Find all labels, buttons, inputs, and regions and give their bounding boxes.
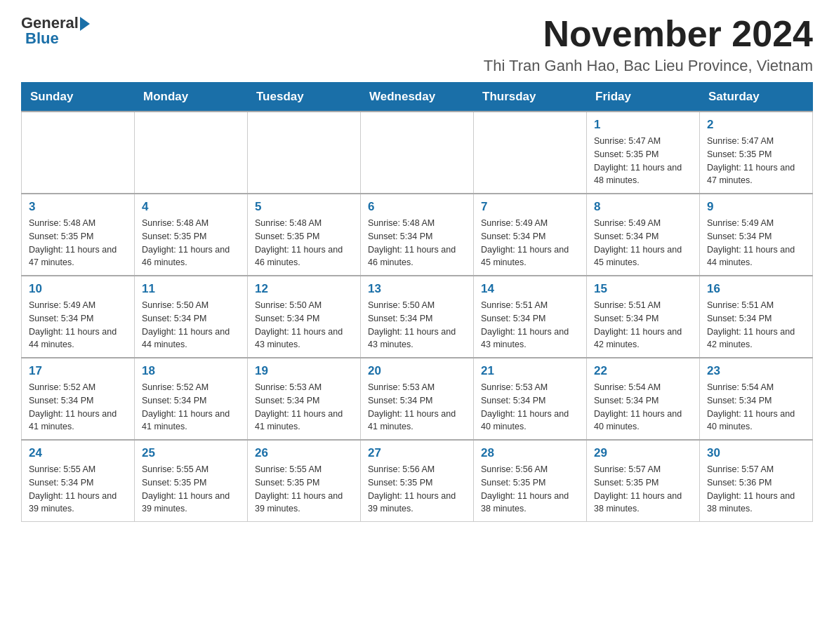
table-row: 24Sunrise: 5:55 AMSunset: 5:34 PMDayligh… xyxy=(22,440,135,522)
table-row: 29Sunrise: 5:57 AMSunset: 5:35 PMDayligh… xyxy=(587,440,700,522)
title-block: November 2024 Thi Tran Ganh Hao, Bac Lie… xyxy=(484,14,813,75)
logo: General Blue xyxy=(21,14,90,48)
table-row: 3Sunrise: 5:48 AMSunset: 5:35 PMDaylight… xyxy=(22,194,135,276)
header-monday: Monday xyxy=(135,83,248,112)
day-info: Sunrise: 5:51 AMSunset: 5:34 PMDaylight:… xyxy=(707,299,805,351)
day-number: 10 xyxy=(29,282,127,296)
table-row: 17Sunrise: 5:52 AMSunset: 5:34 PMDayligh… xyxy=(22,358,135,440)
day-info: Sunrise: 5:50 AMSunset: 5:34 PMDaylight:… xyxy=(142,299,240,351)
table-row: 15Sunrise: 5:51 AMSunset: 5:34 PMDayligh… xyxy=(587,276,700,358)
header-thursday: Thursday xyxy=(474,83,587,112)
day-number: 7 xyxy=(481,200,579,214)
day-info: Sunrise: 5:51 AMSunset: 5:34 PMDaylight:… xyxy=(481,299,579,351)
day-info: Sunrise: 5:49 AMSunset: 5:34 PMDaylight:… xyxy=(481,217,579,269)
day-number: 6 xyxy=(368,200,466,214)
day-info: Sunrise: 5:53 AMSunset: 5:34 PMDaylight:… xyxy=(481,381,579,434)
day-number: 30 xyxy=(707,446,805,460)
day-info: Sunrise: 5:54 AMSunset: 5:34 PMDaylight:… xyxy=(594,381,692,434)
page-subtitle: Thi Tran Ganh Hao, Bac Lieu Province, Vi… xyxy=(484,57,813,75)
table-row: 26Sunrise: 5:55 AMSunset: 5:35 PMDayligh… xyxy=(248,440,361,522)
day-number: 22 xyxy=(594,364,692,378)
calendar-header-row: Sunday Monday Tuesday Wednesday Thursday… xyxy=(22,83,813,112)
day-number: 27 xyxy=(368,446,466,460)
table-row: 9Sunrise: 5:49 AMSunset: 5:34 PMDaylight… xyxy=(700,194,813,276)
table-row: 28Sunrise: 5:56 AMSunset: 5:35 PMDayligh… xyxy=(474,440,587,522)
day-number: 8 xyxy=(594,200,692,214)
table-row: 25Sunrise: 5:55 AMSunset: 5:35 PMDayligh… xyxy=(135,440,248,522)
day-number: 28 xyxy=(481,446,579,460)
day-number: 25 xyxy=(142,446,240,460)
day-info: Sunrise: 5:57 AMSunset: 5:35 PMDaylight:… xyxy=(594,463,692,516)
day-number: 11 xyxy=(142,282,240,296)
table-row: 18Sunrise: 5:52 AMSunset: 5:34 PMDayligh… xyxy=(135,358,248,440)
day-number: 24 xyxy=(29,446,127,460)
day-info: Sunrise: 5:55 AMSunset: 5:34 PMDaylight:… xyxy=(29,463,127,516)
day-info: Sunrise: 5:48 AMSunset: 5:35 PMDaylight:… xyxy=(29,217,127,269)
day-info: Sunrise: 5:57 AMSunset: 5:36 PMDaylight:… xyxy=(707,463,805,516)
table-row xyxy=(135,112,248,194)
table-row: 23Sunrise: 5:54 AMSunset: 5:34 PMDayligh… xyxy=(700,358,813,440)
day-info: Sunrise: 5:49 AMSunset: 5:34 PMDaylight:… xyxy=(594,217,692,269)
header-tuesday: Tuesday xyxy=(248,83,361,112)
calendar-week-row: 10Sunrise: 5:49 AMSunset: 5:34 PMDayligh… xyxy=(22,276,813,358)
table-row: 30Sunrise: 5:57 AMSunset: 5:36 PMDayligh… xyxy=(700,440,813,522)
day-info: Sunrise: 5:51 AMSunset: 5:34 PMDaylight:… xyxy=(594,299,692,351)
table-row: 2Sunrise: 5:47 AMSunset: 5:35 PMDaylight… xyxy=(700,112,813,194)
day-info: Sunrise: 5:52 AMSunset: 5:34 PMDaylight:… xyxy=(142,381,240,434)
day-number: 14 xyxy=(481,282,579,296)
day-number: 16 xyxy=(707,282,805,296)
day-number: 4 xyxy=(142,200,240,214)
table-row: 20Sunrise: 5:53 AMSunset: 5:34 PMDayligh… xyxy=(361,358,474,440)
day-info: Sunrise: 5:49 AMSunset: 5:34 PMDaylight:… xyxy=(707,217,805,269)
table-row: 10Sunrise: 5:49 AMSunset: 5:34 PMDayligh… xyxy=(22,276,135,358)
day-number: 2 xyxy=(707,118,805,132)
day-number: 29 xyxy=(594,446,692,460)
header-sunday: Sunday xyxy=(22,83,135,112)
table-row: 21Sunrise: 5:53 AMSunset: 5:34 PMDayligh… xyxy=(474,358,587,440)
page-title: November 2024 xyxy=(484,14,813,54)
table-row: 6Sunrise: 5:48 AMSunset: 5:34 PMDaylight… xyxy=(361,194,474,276)
table-row: 22Sunrise: 5:54 AMSunset: 5:34 PMDayligh… xyxy=(587,358,700,440)
page-header: General Blue November 2024 Thi Tran Ganh… xyxy=(21,14,813,75)
logo-arrow-icon xyxy=(80,17,90,31)
calendar-table: Sunday Monday Tuesday Wednesday Thursday… xyxy=(21,82,813,522)
day-info: Sunrise: 5:53 AMSunset: 5:34 PMDaylight:… xyxy=(368,381,466,434)
day-number: 13 xyxy=(368,282,466,296)
table-row: 7Sunrise: 5:49 AMSunset: 5:34 PMDaylight… xyxy=(474,194,587,276)
header-saturday: Saturday xyxy=(700,83,813,112)
day-number: 12 xyxy=(255,282,353,296)
table-row: 4Sunrise: 5:48 AMSunset: 5:35 PMDaylight… xyxy=(135,194,248,276)
table-row: 5Sunrise: 5:48 AMSunset: 5:35 PMDaylight… xyxy=(248,194,361,276)
day-number: 20 xyxy=(368,364,466,378)
table-row: 1Sunrise: 5:47 AMSunset: 5:35 PMDaylight… xyxy=(587,112,700,194)
day-number: 1 xyxy=(594,118,692,132)
table-row xyxy=(361,112,474,194)
day-info: Sunrise: 5:48 AMSunset: 5:34 PMDaylight:… xyxy=(368,217,466,269)
day-number: 3 xyxy=(29,200,127,214)
table-row: 14Sunrise: 5:51 AMSunset: 5:34 PMDayligh… xyxy=(474,276,587,358)
day-info: Sunrise: 5:47 AMSunset: 5:35 PMDaylight:… xyxy=(707,135,805,187)
day-info: Sunrise: 5:55 AMSunset: 5:35 PMDaylight:… xyxy=(255,463,353,516)
day-info: Sunrise: 5:49 AMSunset: 5:34 PMDaylight:… xyxy=(29,299,127,351)
table-row xyxy=(22,112,135,194)
day-info: Sunrise: 5:47 AMSunset: 5:35 PMDaylight:… xyxy=(594,135,692,187)
day-info: Sunrise: 5:52 AMSunset: 5:34 PMDaylight:… xyxy=(29,381,127,434)
day-number: 26 xyxy=(255,446,353,460)
calendar-week-row: 3Sunrise: 5:48 AMSunset: 5:35 PMDaylight… xyxy=(22,194,813,276)
table-row: 8Sunrise: 5:49 AMSunset: 5:34 PMDaylight… xyxy=(587,194,700,276)
day-info: Sunrise: 5:56 AMSunset: 5:35 PMDaylight:… xyxy=(481,463,579,516)
day-info: Sunrise: 5:50 AMSunset: 5:34 PMDaylight:… xyxy=(368,299,466,351)
table-row: 19Sunrise: 5:53 AMSunset: 5:34 PMDayligh… xyxy=(248,358,361,440)
day-info: Sunrise: 5:48 AMSunset: 5:35 PMDaylight:… xyxy=(142,217,240,269)
table-row: 12Sunrise: 5:50 AMSunset: 5:34 PMDayligh… xyxy=(248,276,361,358)
day-info: Sunrise: 5:53 AMSunset: 5:34 PMDaylight:… xyxy=(255,381,353,434)
header-wednesday: Wednesday xyxy=(361,83,474,112)
day-number: 5 xyxy=(255,200,353,214)
day-number: 18 xyxy=(142,364,240,378)
calendar-week-row: 17Sunrise: 5:52 AMSunset: 5:34 PMDayligh… xyxy=(22,358,813,440)
day-info: Sunrise: 5:48 AMSunset: 5:35 PMDaylight:… xyxy=(255,217,353,269)
day-number: 15 xyxy=(594,282,692,296)
table-row: 16Sunrise: 5:51 AMSunset: 5:34 PMDayligh… xyxy=(700,276,813,358)
table-row xyxy=(248,112,361,194)
day-number: 17 xyxy=(29,364,127,378)
